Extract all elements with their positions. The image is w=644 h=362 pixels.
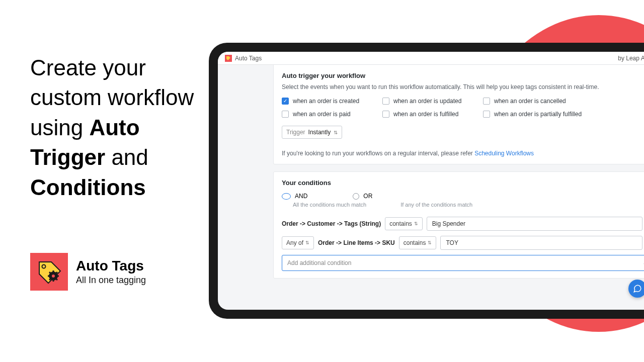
logic-or-label: OR: [363, 193, 372, 200]
checkbox-icon: [382, 111, 389, 118]
app-logo-icon: [225, 55, 232, 62]
svg-line-11: [56, 272, 57, 274]
condition-row: Order -> Customer -> Tags (String)contai…: [282, 217, 644, 231]
scope-select[interactable]: Any of ⇅: [282, 236, 314, 249]
event-label: when an order is created: [293, 98, 359, 105]
event-label: when an order is cancelled: [494, 98, 566, 105]
event-checkbox[interactable]: when an order is partially fulfilled: [483, 111, 584, 118]
hero-text-2: and: [105, 145, 148, 169]
help-fab-button[interactable]: [628, 280, 644, 298]
checkbox-icon: [282, 98, 289, 105]
svg-marker-12: [226, 56, 230, 60]
chat-icon: [633, 284, 642, 293]
event-label: when an order is partially fulfilled: [494, 111, 582, 118]
event-checkbox[interactable]: when an order is fulfilled: [382, 111, 483, 118]
event-label: when an order is updated: [393, 98, 461, 105]
logic-and-radio[interactable]: AND: [282, 193, 307, 200]
operator-select[interactable]: contains ⇅: [385, 217, 423, 230]
svg-point-3: [52, 275, 55, 278]
trigger-timing-value: Instantly: [308, 129, 331, 136]
chevron-updown-icon: ⇅: [334, 130, 338, 135]
condition-path: Order -> Customer -> Tags (String): [282, 220, 381, 227]
conditions-heading: Your conditions: [282, 179, 644, 187]
checkbox-icon: [282, 111, 289, 118]
radio-dot-icon: [353, 193, 359, 200]
logic-and-label: AND: [295, 193, 307, 200]
logic-and-hint: All the conditions much match: [293, 202, 366, 208]
trigger-timing-select[interactable]: Trigger Instantly ⇅: [282, 126, 342, 139]
svg-line-10: [49, 279, 51, 280]
app-title: Auto Tags: [235, 55, 262, 62]
operator-select[interactable]: contains ⇅: [399, 236, 437, 249]
chevron-updown-icon: ⇅: [305, 240, 309, 245]
event-checkbox[interactable]: when an order is updated: [382, 98, 483, 105]
trigger-note-prefix: If you're looking to run your workflows …: [282, 150, 474, 157]
svg-line-9: [56, 279, 57, 280]
brand-block: Auto Tags All In one tagging: [30, 253, 146, 291]
brand-icon: [30, 253, 68, 291]
event-checkbox[interactable]: when an order is cancelled: [483, 98, 584, 105]
checkbox-icon: [382, 98, 389, 105]
event-label: when an order is fulfilled: [393, 111, 458, 118]
event-checkbox[interactable]: when an order is paid: [282, 111, 382, 118]
tag-gear-icon: [36, 259, 62, 285]
chevron-updown-icon: ⇅: [414, 221, 418, 226]
app-topbar: Auto Tags by Leap Apps: [218, 52, 644, 65]
svg-line-8: [49, 272, 51, 274]
condition-value-input[interactable]: Big Spender: [427, 217, 642, 231]
radio-dot-icon: [282, 193, 291, 200]
hero-heading: Create your custom workflow using Auto T…: [30, 53, 196, 202]
add-condition-select[interactable]: Add additional condition ⌄: [282, 255, 644, 271]
add-condition-placeholder: Add additional condition: [287, 259, 351, 266]
brand-subtitle: All In one tagging: [76, 275, 146, 286]
trigger-heading: Auto trigger your workflow: [282, 72, 644, 79]
condition-row: Any of ⇅Order -> Line Items -> SKUcontai…: [282, 236, 644, 250]
trigger-sub: Select the events when you want to run t…: [282, 83, 644, 90]
app-byline: by Leap Apps: [618, 55, 644, 62]
app-screen: Auto Tags by Leap Apps Auto trigger your…: [218, 52, 644, 310]
event-label: when an order is paid: [293, 111, 351, 118]
condition-path: Order -> Line Items -> SKU: [318, 239, 395, 246]
conditions-card: Your conditions AND OR All the condition…: [273, 171, 644, 279]
logic-or-hint: If any of the conditions match: [400, 202, 472, 208]
device-frame: Auto Tags by Leap Apps Auto trigger your…: [209, 43, 644, 319]
trigger-card: Auto trigger your workflow Select the ev…: [273, 65, 644, 164]
brand-title: Auto Tags: [76, 258, 146, 274]
checkbox-icon: [483, 111, 490, 118]
condition-value-input[interactable]: TOY: [440, 236, 642, 250]
scheduling-workflows-link[interactable]: Scheduling Workflows: [474, 150, 534, 157]
logic-or-radio[interactable]: OR: [353, 193, 372, 200]
trigger-events-group: when an order is createdwhen an order is…: [282, 98, 644, 124]
trigger-timing-prefix: Trigger: [286, 129, 305, 136]
checkbox-icon: [483, 98, 490, 105]
event-checkbox[interactable]: when an order is created: [282, 98, 382, 105]
hero-strong-2: Conditions: [30, 175, 146, 200]
chevron-updown-icon: ⇅: [428, 240, 432, 245]
